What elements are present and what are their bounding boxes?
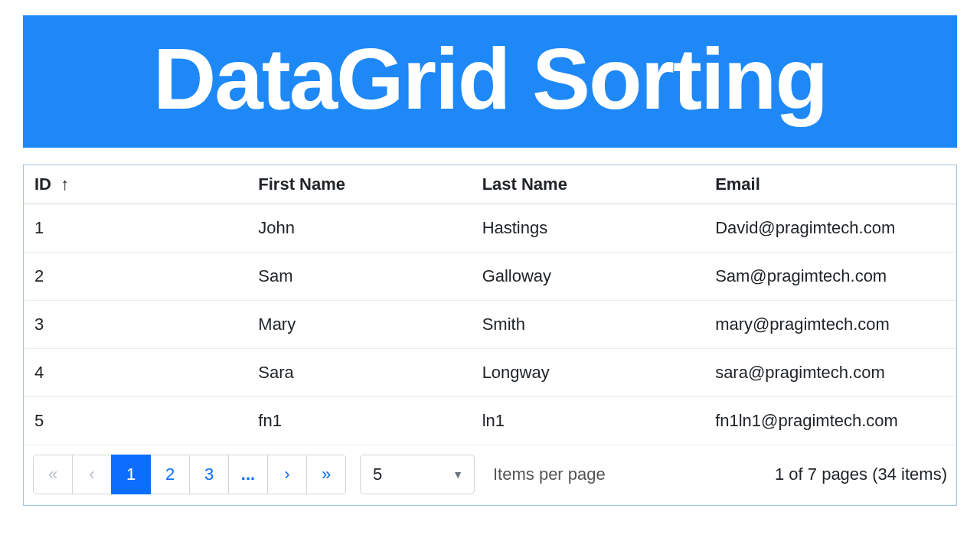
page-number: 1 [126,465,136,484]
column-header-id[interactable]: ID ↑ [24,165,247,204]
table-row[interactable]: 5 fn1 ln1 fn1ln1@pragimtech.com [24,397,956,445]
grid-footer: « ‹ 1 2 3 ... › » 5 [24,445,956,505]
cell-last: ln1 [472,397,705,445]
next-page-button[interactable]: › [267,455,307,494]
items-per-page-label: Items per page [493,465,606,484]
cell-id: 2 [24,253,247,301]
title-text: DataGrid Sorting [153,30,827,127]
cell-id: 5 [24,397,247,445]
pager: « ‹ 1 2 3 ... › » [33,455,346,494]
ellipsis-label: ... [241,465,255,484]
cell-first: fn1 [247,397,471,445]
column-label: ID [34,174,51,194]
header-row: ID ↑ First Name Last Name Email [24,165,956,204]
page-info: 1 of 7 pages (34 items) [775,465,947,484]
table-row[interactable]: 1 John Hastings David@pragimtech.com [24,204,956,253]
cell-last: Smith [472,301,705,349]
cell-first: John [247,204,471,253]
cell-email: mary@pragimtech.com [704,301,956,349]
caret-down-icon: ▼ [452,468,463,481]
page-size-value: 5 [373,465,382,484]
cell-id: 4 [24,349,247,397]
chevron-right-icon: › [284,465,289,484]
cell-last: Galloway [472,253,705,301]
data-table: ID ↑ First Name Last Name Email 1 John H… [24,165,956,445]
chevron-double-left-icon: « [48,465,57,484]
prev-page-button[interactable]: ‹ [72,455,112,494]
chevron-double-right-icon: » [322,465,331,484]
table-row[interactable]: 3 Mary Smith mary@pragimtech.com [24,301,956,349]
sort-asc-icon: ↑ [60,174,69,194]
cell-id: 1 [24,204,247,253]
cell-email: fn1ln1@pragimtech.com [704,397,956,445]
cell-id: 3 [24,301,247,349]
table-row[interactable]: 4 Sara Longway sara@pragimtech.com [24,349,956,397]
cell-last: Hastings [472,204,705,253]
cell-first: Mary [247,301,471,349]
page-number-button[interactable]: 1 [111,455,151,494]
cell-email: David@pragimtech.com [704,204,956,253]
cell-email: Sam@pragimtech.com [704,253,956,301]
column-label: First Name [258,174,345,194]
page-number: 2 [165,465,175,484]
page-number-button[interactable]: 3 [189,455,229,494]
last-page-button[interactable]: » [306,455,346,494]
column-header-email[interactable]: Email [704,165,956,204]
cell-first: Sara [247,349,471,397]
table-body: 1 John Hastings David@pragimtech.com 2 S… [24,204,956,445]
page-ellipsis-button[interactable]: ... [228,455,268,494]
cell-email: sara@pragimtech.com [704,349,956,397]
cell-last: Longway [472,349,705,397]
cell-first: Sam [247,253,471,301]
page-number-button[interactable]: 2 [150,455,190,494]
column-label: Email [715,174,760,194]
column-header-last-name[interactable]: Last Name [472,165,705,204]
first-page-button[interactable]: « [33,455,73,494]
chevron-left-icon: ‹ [89,465,94,484]
datagrid: ID ↑ First Name Last Name Email 1 John H… [23,165,957,506]
title-banner: DataGrid Sorting [23,15,957,148]
column-header-first-name[interactable]: First Name [247,165,471,204]
page-size-select[interactable]: 5 ▼ [360,455,475,494]
column-label: Last Name [482,174,567,194]
table-row[interactable]: 2 Sam Galloway Sam@pragimtech.com [24,253,956,301]
page-number: 3 [204,465,214,484]
